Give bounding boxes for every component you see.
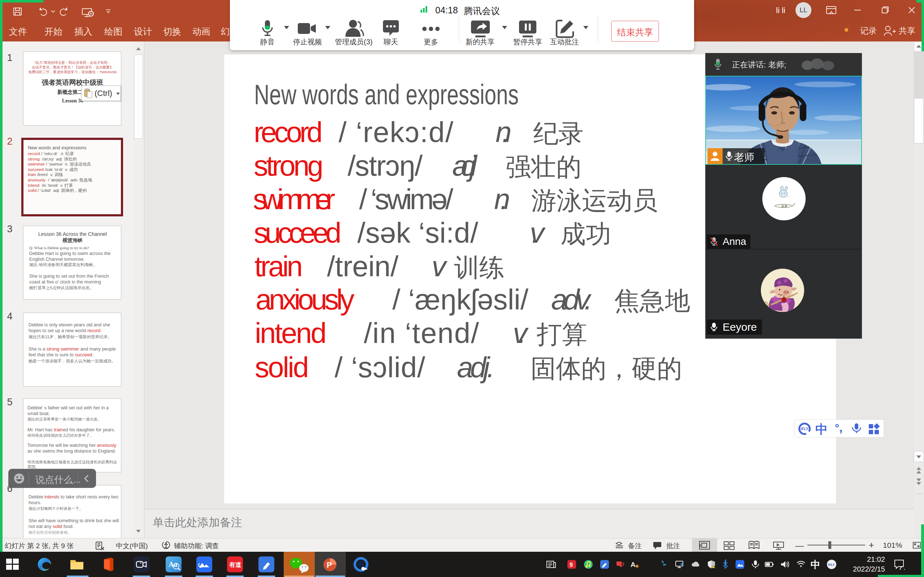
svg-text:anxiously: anxiously: [255, 284, 354, 316]
svg-text:v.: v.: [432, 250, 447, 282]
svg-text:/ ‘sɔlid/: / ‘sɔlid/: [334, 351, 426, 384]
svg-text:训练: 训练: [454, 253, 505, 282]
svg-text:New words and expressions: New words and expressions: [254, 79, 519, 110]
svg-text:succeed: succeed: [254, 217, 341, 249]
svg-text:v.: v.: [513, 317, 529, 349]
svg-text:未来: 未来: [781, 205, 788, 208]
svg-text:adv.: adv.: [551, 284, 592, 316]
svg-text:游泳运动员: 游泳运动员: [531, 187, 657, 214]
svg-text:swimmer: swimmer: [253, 183, 335, 215]
svg-text:/strɔŋ/: /strɔŋ/: [347, 150, 423, 182]
svg-text:9: 9: [570, 562, 573, 568]
svg-text:/sək ‘si:d/: /sək ‘si:d/: [357, 217, 478, 249]
svg-text:P: P: [327, 561, 332, 569]
svg-text:Aa: Aa: [168, 561, 177, 568]
svg-text:iFLY: iFLY: [828, 563, 835, 567]
svg-text:strong: strong: [254, 150, 323, 182]
svg-text:焦急地: 焦急地: [614, 287, 690, 315]
svg-text:纪录: 纪录: [533, 119, 584, 148]
svg-text:adj.: adj.: [457, 351, 495, 384]
svg-text:adj.: adj.: [452, 150, 478, 182]
svg-text:n.: n.: [496, 116, 512, 148]
svg-text:/in ‘tend/: /in ‘tend/: [364, 317, 479, 349]
svg-text:record: record: [254, 116, 323, 148]
svg-text:/trein/: /trein/: [327, 250, 399, 282]
svg-text:v.: v.: [530, 217, 546, 249]
svg-text:成功: 成功: [561, 220, 611, 248]
svg-text:打算: 打算: [536, 320, 587, 348]
svg-text:iFLY: iFLY: [801, 427, 809, 431]
svg-text:A: A: [630, 561, 636, 568]
svg-text:solid: solid: [255, 351, 309, 384]
svg-text:固体的，硬的: 固体的，硬的: [531, 355, 682, 383]
svg-text:intend: intend: [255, 317, 327, 349]
svg-text:/ ‘rekɔ:d/: / ‘rekɔ:d/: [339, 116, 454, 148]
svg-text:n.: n.: [494, 183, 510, 215]
svg-text:强壮的: 强壮的: [506, 153, 582, 181]
svg-text:/ ‘swimə/: / ‘swimə/: [359, 183, 454, 215]
svg-text:/ ‘æŋkʃəsli/: / ‘æŋkʃəsli/: [393, 284, 529, 316]
svg-text:train: train: [254, 250, 303, 282]
svg-text:有道: 有道: [229, 561, 241, 568]
